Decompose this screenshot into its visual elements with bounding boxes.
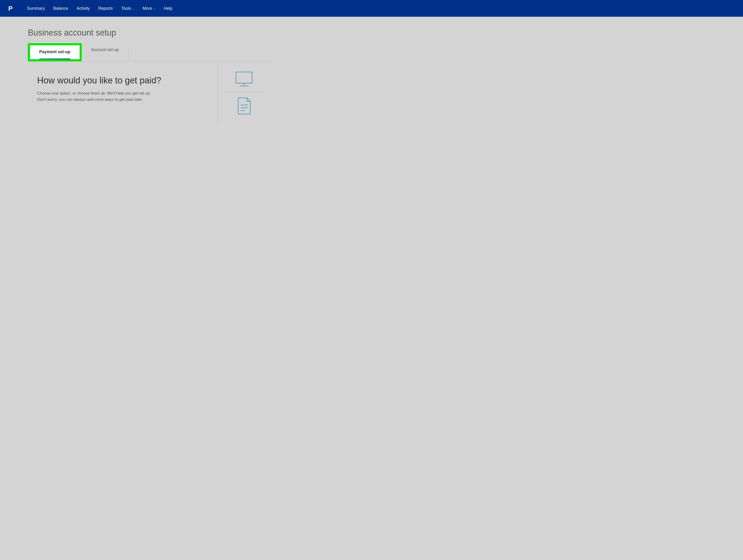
more-chevron-icon: ⌄ (153, 7, 155, 10)
sidebar-monitor-icon-wrapper (225, 66, 262, 92)
sidebar-document-icon-wrapper (225, 92, 262, 120)
nav-item-tools[interactable]: Tools ⌄ (118, 4, 138, 13)
svg-text:P: P (8, 5, 13, 12)
nav-item-activity[interactable]: Activity (73, 4, 94, 13)
tabs-container: Payment set-up Account set-up (28, 43, 269, 61)
document-icon (236, 97, 252, 115)
tab-payment-setup-label: Payment set-up (39, 49, 70, 57)
nav-item-more[interactable]: More ⌄ (139, 4, 159, 13)
tab-highlight: Payment set-up (28, 43, 82, 61)
paypal-logo[interactable]: P (7, 4, 16, 12)
nav-menu: Summary Balance Activity Reports Tools ⌄… (23, 4, 176, 13)
setup-content: How would you like to get paid? Choose o… (28, 61, 269, 125)
navbar: P Summary Balance Activity Reports Tools… (0, 0, 743, 17)
nav-item-help[interactable]: Help (160, 4, 176, 13)
tab-account-setup[interactable]: Account set-up (82, 43, 128, 61)
nav-item-summary[interactable]: Summary (23, 4, 48, 13)
main-heading: How would you like to get paid? (37, 76, 209, 85)
nav-item-balance[interactable]: Balance (49, 4, 72, 13)
setup-sidebar (218, 61, 269, 125)
tab-active-underline (39, 58, 70, 59)
main-subtext: Choose one option, or choose them all. W… (37, 90, 186, 103)
setup-main: How would you like to get paid? Choose o… (28, 61, 218, 125)
tools-chevron-icon: ⌄ (132, 7, 134, 10)
page-title: Business account setup (28, 28, 269, 38)
main-content: Business account setup Payment set-up Ac… (0, 17, 297, 136)
nav-item-reports[interactable]: Reports (94, 4, 117, 13)
monitor-icon (235, 71, 253, 87)
svg-rect-1 (236, 72, 252, 83)
tab-payment-setup[interactable]: Payment set-up (30, 45, 80, 59)
tab-account-setup-label: Account set-up (91, 47, 119, 52)
